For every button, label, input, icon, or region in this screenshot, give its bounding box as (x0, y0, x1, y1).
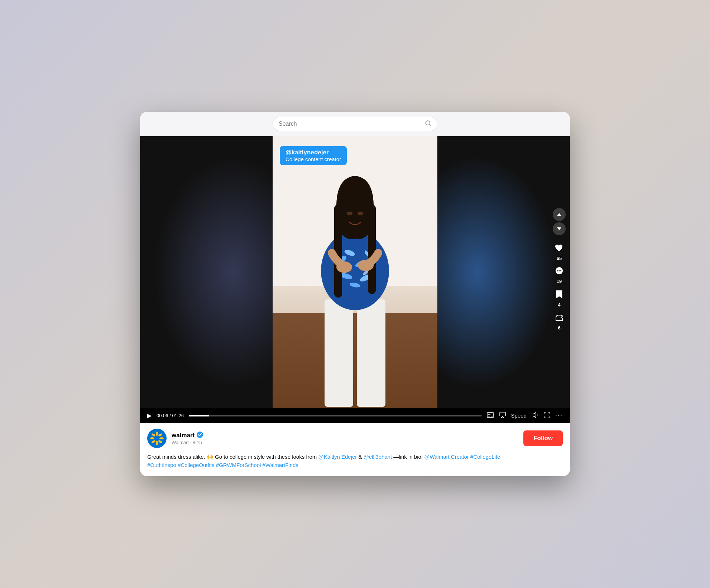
author-info: walmart Walmart · 8-15 (172, 432, 518, 445)
svg-point-4 (321, 231, 389, 310)
speed-button[interactable]: Speed (511, 413, 527, 419)
svg-point-32 (156, 432, 158, 436)
airplay-button[interactable] (499, 412, 506, 419)
center-video[interactable]: @kaitlynedejer College content creator (273, 136, 437, 408)
svg-line-1 (429, 124, 430, 125)
share-count: 6 (558, 325, 560, 331)
bookmark-count: 4 (558, 302, 560, 308)
verified-icon (197, 432, 203, 439)
prev-video-button[interactable] (553, 208, 566, 221)
fullscreen-button[interactable] (544, 412, 550, 419)
right-panel: 65 19 (437, 136, 570, 408)
next-video-button[interactable] (553, 222, 566, 235)
time-display: 00:06 / 01:26 (157, 413, 184, 418)
svg-rect-17 (368, 204, 376, 294)
comment-button[interactable] (555, 267, 564, 278)
avatar (147, 429, 167, 448)
more-options-button[interactable]: ··· (555, 412, 563, 419)
svg-point-23 (557, 270, 558, 271)
author-name-row: walmart (172, 432, 518, 439)
svg-point-36 (156, 441, 158, 445)
video-main: @kaitlynedejer College content creator (140, 136, 570, 408)
like-button[interactable] (555, 244, 564, 255)
progress-fill (189, 415, 209, 416)
search-input[interactable] (279, 121, 422, 127)
search-icon (425, 120, 431, 128)
comment-group: 19 (555, 267, 564, 284)
svg-point-18 (347, 212, 352, 215)
volume-button[interactable] (532, 412, 539, 419)
author-subtitle: Walmart · 8-15 (172, 440, 518, 445)
hashtag-colleglife[interactable]: #CollegeLife (469, 454, 500, 460)
share-group: 6 (555, 313, 564, 331)
follow-button[interactable]: Follow (523, 430, 563, 446)
caption-text-mid1: & (357, 454, 363, 460)
svg-rect-16 (334, 204, 342, 298)
svg-point-38 (150, 437, 154, 439)
like-count: 65 (557, 256, 562, 261)
svg-marker-30 (533, 413, 536, 418)
nav-arrows (553, 208, 566, 235)
search-bar[interactable] (273, 117, 437, 131)
svg-point-24 (558, 270, 560, 271)
like-group: 65 (555, 244, 564, 261)
left-panel (140, 136, 273, 408)
author-name: walmart (172, 432, 195, 439)
app-window: @kaitlynedejer College content creator (140, 112, 570, 476)
video-wrapper: @kaitlynedejer College content creator (140, 136, 570, 423)
svg-rect-2 (325, 299, 353, 407)
svg-rect-26 (487, 413, 494, 418)
mention-walmart-creator[interactable]: @Walmart Creator (424, 454, 469, 460)
bookmark-button[interactable] (555, 290, 563, 302)
hashtag-outfitinspo[interactable]: #OutfitInspo (147, 462, 176, 468)
share-button[interactable] (555, 313, 564, 324)
captions-button[interactable] (487, 412, 494, 419)
search-bar-area (140, 112, 570, 136)
right-video-controls: Speed ··· (487, 412, 563, 419)
hashtag-grwm[interactable]: #GRWMForSchool (215, 462, 261, 468)
mention-elli3phant[interactable]: @elli3phant (364, 454, 392, 460)
svg-point-25 (560, 270, 562, 271)
video-controls: ▶ 00:06 / 01:26 (140, 408, 570, 423)
caption-text-start: Great minds dress alike. 🙌 Go to college… (147, 454, 318, 460)
progress-bar[interactable] (189, 415, 482, 416)
svg-point-19 (358, 212, 363, 215)
caption-text-mid2: —link in bio! (392, 454, 424, 460)
svg-rect-3 (357, 299, 385, 407)
post-info: walmart Walmart · 8-15 Follow Great mind… (140, 423, 570, 476)
bookmark-group: 4 (555, 290, 563, 308)
svg-point-34 (159, 437, 164, 439)
svg-point-40 (197, 432, 203, 438)
mention-kaitlyn[interactable]: @Kaitlyn Edejer (318, 454, 357, 460)
person-figure (294, 149, 416, 408)
comment-count: 19 (557, 279, 562, 284)
post-caption: Great minds dress alike. 🙌 Go to college… (147, 453, 563, 469)
hashtag-walmartfinds[interactable]: #WalmartFinds (261, 462, 298, 468)
play-button[interactable]: ▶ (147, 412, 152, 419)
author-row: walmart Walmart · 8-15 Follow (147, 429, 563, 448)
hashtag-collegeoutfits[interactable]: #CollegeOutfits (176, 462, 215, 468)
right-sidebar: 65 19 (548, 136, 570, 408)
